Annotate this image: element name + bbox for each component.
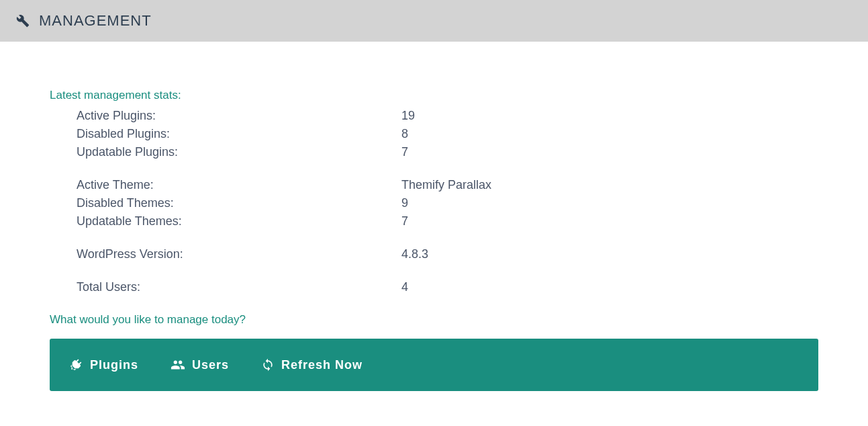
management-header: MANAGEMENT <box>0 0 868 42</box>
stat-row: Total Users: 4 <box>77 280 818 294</box>
content-area: Latest management stats: Active Plugins:… <box>0 42 868 404</box>
stat-row: Updatable Plugins: 7 <box>77 145 818 159</box>
plugins-button[interactable]: Plugins <box>68 357 138 372</box>
updatable-plugins-value: 7 <box>401 145 408 159</box>
refresh-button-label: Refresh Now <box>281 358 363 372</box>
plugins-button-label: Plugins <box>90 358 138 372</box>
stat-row: Updatable Themes: 7 <box>77 214 818 228</box>
plug-icon <box>68 357 83 372</box>
stat-row: Disabled Plugins: 8 <box>77 127 818 141</box>
users-button[interactable]: Users <box>171 357 229 372</box>
users-button-label: Users <box>192 358 229 372</box>
stat-row: Active Theme: Themify Parallax <box>77 178 818 192</box>
active-theme-label: Active Theme: <box>77 178 401 192</box>
updatable-plugins-label: Updatable Plugins: <box>77 145 401 159</box>
page-title: MANAGEMENT <box>39 12 152 30</box>
refresh-icon <box>261 358 275 372</box>
stat-row: WordPress Version: 4.8.3 <box>77 247 818 261</box>
manage-prompt-label: What would you like to manage today? <box>50 313 818 327</box>
stat-row: Active Plugins: 19 <box>77 109 818 123</box>
active-plugins-label: Active Plugins: <box>77 109 401 123</box>
wrench-icon <box>16 14 30 28</box>
stats-section-label: Latest management stats: <box>50 89 818 102</box>
wordpress-version-value: 4.8.3 <box>401 247 428 261</box>
themes-stats-block: Active Theme: Themify Parallax Disabled … <box>50 178 818 228</box>
refresh-button[interactable]: Refresh Now <box>261 357 363 372</box>
disabled-plugins-value: 8 <box>401 127 408 141</box>
active-theme-value: Themify Parallax <box>401 178 491 192</box>
disabled-themes-value: 9 <box>401 196 408 210</box>
plugins-stats-block: Active Plugins: 19 Disabled Plugins: 8 U… <box>50 109 818 159</box>
disabled-plugins-label: Disabled Plugins: <box>77 127 401 141</box>
users-icon <box>171 357 185 372</box>
total-users-value: 4 <box>401 280 408 294</box>
updatable-themes-label: Updatable Themes: <box>77 214 401 228</box>
wordpress-stats-block: WordPress Version: 4.8.3 <box>50 247 818 261</box>
disabled-themes-label: Disabled Themes: <box>77 196 401 210</box>
total-users-label: Total Users: <box>77 280 401 294</box>
users-stats-block: Total Users: 4 <box>50 280 818 294</box>
stat-row: Disabled Themes: 9 <box>77 196 818 210</box>
updatable-themes-value: 7 <box>401 214 408 228</box>
action-bar: Plugins Users Refresh Now <box>50 339 818 391</box>
active-plugins-value: 19 <box>401 109 415 123</box>
wordpress-version-label: WordPress Version: <box>77 247 401 261</box>
